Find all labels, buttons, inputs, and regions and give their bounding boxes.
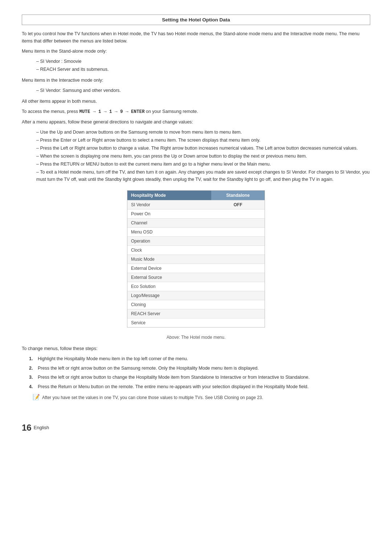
table-cell [211,255,265,264]
table-row: REACH Server [127,309,265,318]
standalone-label: Menu items in the Stand-alone mode only: [22,48,370,55]
table-row: Logo/Message [127,291,265,300]
step-text: Press the left or right arrow button to … [38,374,370,381]
table-cell [211,291,265,300]
table-cell: REACH Server [127,309,211,318]
access-text: To access the menus, press MUTE → 1 → 1 … [22,108,370,115]
table-cell: Menu OSD [127,228,211,237]
note-icon: 📝 [33,394,40,401]
table-row: External Source [127,273,265,282]
step-number: 4. [29,383,38,391]
footer: 16 English [22,423,370,433]
table-row: Cloning [127,300,265,309]
table-cell [211,210,265,219]
table-cell: SI Vendor [127,200,211,210]
table-header-row: Hospitality Mode Standalone [127,191,265,200]
table-cell: Cloning [127,300,211,309]
table-cell: Logo/Message [127,291,211,300]
table-cell [211,309,265,318]
table-cell: Clock [127,246,211,255]
direction-item: To exit a Hotel mode menu, turn off the … [36,168,370,183]
menu-table: Hospitality Mode Standalone SI Vendor OF… [127,191,265,327]
step-item: 4. Press the Return or Menu button on th… [29,383,370,391]
direction-item: Press the Left or Right arrow button to … [36,145,370,152]
table-row: Clock [127,246,265,255]
step-text: Press the left or right arrow button on … [38,365,370,372]
access-code: MUTE → 1 → 1 → 9 → ENTER [79,109,144,114]
step-item: 1. Highlight the Hospitality Mode menu i… [29,355,370,363]
menu-table-container: Hospitality Mode Standalone SI Vendor OF… [127,190,265,328]
all-other-text: All other items appear in both menus. [22,98,370,105]
step-number: 1. [29,355,38,363]
table-cell: External Device [127,264,211,273]
page-language: English [34,425,49,430]
table-cell: Music Mode [127,255,211,264]
table-cell [211,228,265,237]
step-text: Press the Return or Menu button on the r… [38,383,370,391]
table-cell: Service [127,318,211,328]
page-number: 16 [22,423,32,433]
table-row: External Device [127,264,265,273]
step-text: Highlight the Hospitality Mode menu item… [38,355,370,363]
table-row: Menu OSD [127,228,265,237]
step-number: 3. [29,374,38,381]
table-header-col1: Hospitality Mode [127,191,211,200]
table-row: Music Mode [127,255,265,264]
table-cell: External Source [127,273,211,282]
table-cell: OFF [211,200,265,210]
table-row: Channel [127,219,265,228]
directions-list: Use the Up and Down arrow buttons on the… [36,129,370,183]
standalone-list: SI Vendor : Smoovie REACH Server and its… [36,58,370,73]
table-header-col2: Standalone [211,191,265,200]
intro-paragraph: To let you control how the TV functions … [22,30,370,45]
table-cell [211,219,265,228]
direction-item: Press the Enter or Left or Right arrow b… [36,137,370,144]
table-cell [211,273,265,282]
change-intro: To change menus, follow these steps: [22,345,370,352]
table-cell [211,282,265,291]
table-row: Service [127,318,265,328]
table-cell [211,300,265,309]
table-cell: Operation [127,237,211,246]
note-item: 📝 After you have set the values in one T… [22,394,370,401]
table-cell: Channel [127,219,211,228]
interactive-list: SI Vendor: Samsung and other vendors. [36,87,370,94]
table-row: Operation [127,237,265,246]
interactive-label: Menu items in the Interactive mode only: [22,77,370,84]
table-cell [211,318,265,328]
table-cell [211,246,265,255]
direction-item: Use the Up and Down arrow buttons on the… [36,129,370,136]
step-item: 3. Press the left or right arrow button … [29,374,370,381]
list-item: SI Vendor : Smoovie [36,58,370,65]
list-item: SI Vendor: Samsung and other vendors. [36,87,370,94]
page-container: Setting the Hotel Option Data To let you… [22,15,370,433]
table-row: Eco Solution [127,282,265,291]
steps-list: 1. Highlight the Hospitality Mode menu i… [29,355,370,391]
table-row: Power On [127,210,265,219]
section-title: Setting the Hotel Option Data [22,15,370,25]
list-item: REACH Server and its submenus. [36,66,370,73]
step-item: 2. Press the left or right arrow button … [29,365,370,372]
table-cell: Power On [127,210,211,219]
table-cell [211,264,265,273]
table-cell [211,237,265,246]
table-cell: Eco Solution [127,282,211,291]
table-caption: Above: The Hotel mode menu. [22,335,370,340]
direction-item: When the screen is displaying one menu i… [36,153,370,160]
after-menu-text: After a menu appears, follow these gener… [22,118,370,126]
step-number: 2. [29,365,38,372]
table-row: SI Vendor OFF [127,200,265,210]
note-text: After you have set the values in one TV,… [42,394,263,401]
direction-item: Press the RETURN or MENU button to exit … [36,160,370,168]
